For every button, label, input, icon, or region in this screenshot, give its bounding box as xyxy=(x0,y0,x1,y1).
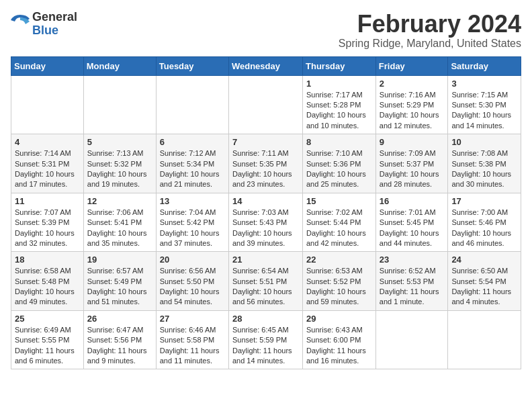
day-number: 16 xyxy=(380,196,445,206)
calendar-day-cell xyxy=(11,75,84,134)
weekday-header: Wednesday xyxy=(228,56,302,75)
day-number: 24 xyxy=(451,255,517,265)
day-number: 27 xyxy=(160,314,225,324)
calendar-day-cell: 12Sunrise: 7:06 AM Sunset: 5:41 PM Dayli… xyxy=(83,193,156,252)
day-number: 22 xyxy=(306,255,372,265)
day-number: 6 xyxy=(160,137,225,147)
logo-text: General Blue xyxy=(32,11,77,38)
day-info: Sunrise: 6:47 AM Sunset: 5:56 PM Dayligh… xyxy=(87,325,152,367)
calendar-day-cell: 13Sunrise: 7:04 AM Sunset: 5:42 PM Dayli… xyxy=(156,193,228,252)
day-number: 10 xyxy=(451,137,517,147)
calendar-day-cell: 15Sunrise: 7:02 AM Sunset: 5:44 PM Dayli… xyxy=(303,193,376,252)
calendar-week-row: 18Sunrise: 6:58 AM Sunset: 5:48 PM Dayli… xyxy=(11,252,521,311)
calendar-week-row: 11Sunrise: 7:07 AM Sunset: 5:39 PM Dayli… xyxy=(11,193,521,252)
day-number: 5 xyxy=(87,137,152,147)
calendar-day-cell: 25Sunrise: 6:49 AM Sunset: 5:55 PM Dayli… xyxy=(11,310,84,369)
calendar-day-cell xyxy=(156,75,228,134)
calendar-day-cell: 2Sunrise: 7:16 AM Sunset: 5:29 PM Daylig… xyxy=(375,75,448,134)
day-number: 26 xyxy=(87,314,152,324)
calendar-day-cell: 20Sunrise: 6:56 AM Sunset: 5:50 PM Dayli… xyxy=(156,252,228,311)
calendar-day-cell: 19Sunrise: 6:57 AM Sunset: 5:49 PM Dayli… xyxy=(83,252,156,311)
day-info: Sunrise: 7:08 AM Sunset: 5:38 PM Dayligh… xyxy=(451,148,517,190)
day-info: Sunrise: 6:46 AM Sunset: 5:58 PM Dayligh… xyxy=(160,325,225,367)
day-number: 17 xyxy=(451,196,517,206)
calendar-day-cell xyxy=(448,310,521,369)
title-block: February 2024 Spring Ridge, Maryland, Un… xyxy=(339,11,521,50)
day-number: 29 xyxy=(306,314,372,324)
calendar-table: SundayMondayTuesdayWednesdayThursdayFrid… xyxy=(11,56,521,370)
day-info: Sunrise: 7:02 AM Sunset: 5:44 PM Dayligh… xyxy=(306,208,372,249)
weekday-header: Thursday xyxy=(303,56,376,75)
calendar-day-cell: 24Sunrise: 6:50 AM Sunset: 5:54 PM Dayli… xyxy=(448,252,521,311)
day-info: Sunrise: 7:12 AM Sunset: 5:34 PM Dayligh… xyxy=(160,148,225,190)
weekday-header: Saturday xyxy=(448,56,521,75)
calendar-day-cell: 9Sunrise: 7:09 AM Sunset: 5:37 PM Daylig… xyxy=(375,134,448,193)
logo-general: General xyxy=(32,10,77,24)
calendar-day-cell: 28Sunrise: 6:45 AM Sunset: 5:59 PM Dayli… xyxy=(228,310,302,369)
day-number: 2 xyxy=(380,79,445,89)
day-info: Sunrise: 6:50 AM Sunset: 5:54 PM Dayligh… xyxy=(451,266,517,308)
day-number: 4 xyxy=(15,137,80,147)
calendar-day-cell: 4Sunrise: 7:14 AM Sunset: 5:31 PM Daylig… xyxy=(11,134,84,193)
day-info: Sunrise: 6:53 AM Sunset: 5:52 PM Dayligh… xyxy=(306,266,372,308)
day-number: 13 xyxy=(160,196,225,206)
calendar-day-cell xyxy=(375,310,448,369)
day-number: 28 xyxy=(232,314,299,324)
calendar-day-cell: 14Sunrise: 7:03 AM Sunset: 5:43 PM Dayli… xyxy=(228,193,302,252)
calendar-day-cell: 10Sunrise: 7:08 AM Sunset: 5:38 PM Dayli… xyxy=(448,134,521,193)
calendar-day-cell: 5Sunrise: 7:13 AM Sunset: 5:32 PM Daylig… xyxy=(83,134,156,193)
day-number: 7 xyxy=(232,137,299,147)
calendar-day-cell: 29Sunrise: 6:43 AM Sunset: 6:00 PM Dayli… xyxy=(303,310,376,369)
day-number: 12 xyxy=(87,196,152,206)
day-number: 1 xyxy=(306,79,372,89)
day-info: Sunrise: 6:49 AM Sunset: 5:55 PM Dayligh… xyxy=(15,325,80,367)
day-info: Sunrise: 6:58 AM Sunset: 5:48 PM Dayligh… xyxy=(15,266,80,308)
weekday-header: Tuesday xyxy=(156,56,228,75)
day-info: Sunrise: 7:13 AM Sunset: 5:32 PM Dayligh… xyxy=(87,148,152,190)
day-number: 23 xyxy=(380,255,445,265)
day-info: Sunrise: 7:00 AM Sunset: 5:46 PM Dayligh… xyxy=(451,208,517,249)
day-info: Sunrise: 7:01 AM Sunset: 5:45 PM Dayligh… xyxy=(380,208,445,249)
day-info: Sunrise: 7:10 AM Sunset: 5:36 PM Dayligh… xyxy=(306,148,372,190)
day-number: 15 xyxy=(306,196,372,206)
calendar-day-cell: 1Sunrise: 7:17 AM Sunset: 5:28 PM Daylig… xyxy=(303,75,376,134)
day-info: Sunrise: 7:17 AM Sunset: 5:28 PM Dayligh… xyxy=(306,90,372,132)
day-info: Sunrise: 7:16 AM Sunset: 5:29 PM Dayligh… xyxy=(380,90,445,132)
weekday-header: Friday xyxy=(375,56,448,75)
day-number: 18 xyxy=(15,255,80,265)
calendar-day-cell: 27Sunrise: 6:46 AM Sunset: 5:58 PM Dayli… xyxy=(156,310,228,369)
location: Spring Ridge, Maryland, United States xyxy=(339,38,521,50)
day-info: Sunrise: 7:14 AM Sunset: 5:31 PM Dayligh… xyxy=(15,148,80,190)
weekday-header: Sunday xyxy=(11,56,84,75)
logo: General Blue xyxy=(11,11,77,38)
calendar-day-cell: 7Sunrise: 7:11 AM Sunset: 5:35 PM Daylig… xyxy=(228,134,302,193)
day-info: Sunrise: 7:11 AM Sunset: 5:35 PM Dayligh… xyxy=(232,148,299,190)
day-number: 8 xyxy=(306,137,372,147)
calendar-day-cell: 6Sunrise: 7:12 AM Sunset: 5:34 PM Daylig… xyxy=(156,134,228,193)
day-number: 25 xyxy=(15,314,80,324)
day-info: Sunrise: 7:04 AM Sunset: 5:42 PM Dayligh… xyxy=(160,208,225,249)
month-title: February 2024 xyxy=(339,11,521,38)
day-info: Sunrise: 7:15 AM Sunset: 5:30 PM Dayligh… xyxy=(451,90,517,132)
calendar-week-row: 25Sunrise: 6:49 AM Sunset: 5:55 PM Dayli… xyxy=(11,310,521,369)
day-info: Sunrise: 7:03 AM Sunset: 5:43 PM Dayligh… xyxy=(232,208,299,249)
logo-icon xyxy=(11,15,30,34)
calendar-day-cell: 22Sunrise: 6:53 AM Sunset: 5:52 PM Dayli… xyxy=(303,252,376,311)
day-info: Sunrise: 7:07 AM Sunset: 5:39 PM Dayligh… xyxy=(15,208,80,249)
day-number: 11 xyxy=(15,196,80,206)
weekday-header-row: SundayMondayTuesdayWednesdayThursdayFrid… xyxy=(11,56,521,75)
day-number: 19 xyxy=(87,255,152,265)
calendar-day-cell: 18Sunrise: 6:58 AM Sunset: 5:48 PM Dayli… xyxy=(11,252,84,311)
day-number: 3 xyxy=(451,79,517,89)
calendar-day-cell: 26Sunrise: 6:47 AM Sunset: 5:56 PM Dayli… xyxy=(83,310,156,369)
calendar-day-cell: 16Sunrise: 7:01 AM Sunset: 5:45 PM Dayli… xyxy=(375,193,448,252)
day-info: Sunrise: 6:45 AM Sunset: 5:59 PM Dayligh… xyxy=(232,325,299,367)
calendar-day-cell: 11Sunrise: 7:07 AM Sunset: 5:39 PM Dayli… xyxy=(11,193,84,252)
day-info: Sunrise: 6:54 AM Sunset: 5:51 PM Dayligh… xyxy=(232,266,299,308)
calendar-week-row: 1Sunrise: 7:17 AM Sunset: 5:28 PM Daylig… xyxy=(11,75,521,134)
day-number: 20 xyxy=(160,255,225,265)
calendar-day-cell xyxy=(228,75,302,134)
calendar-week-row: 4Sunrise: 7:14 AM Sunset: 5:31 PM Daylig… xyxy=(11,134,521,193)
logo-blue: Blue xyxy=(32,24,58,37)
day-info: Sunrise: 6:56 AM Sunset: 5:50 PM Dayligh… xyxy=(160,266,225,308)
